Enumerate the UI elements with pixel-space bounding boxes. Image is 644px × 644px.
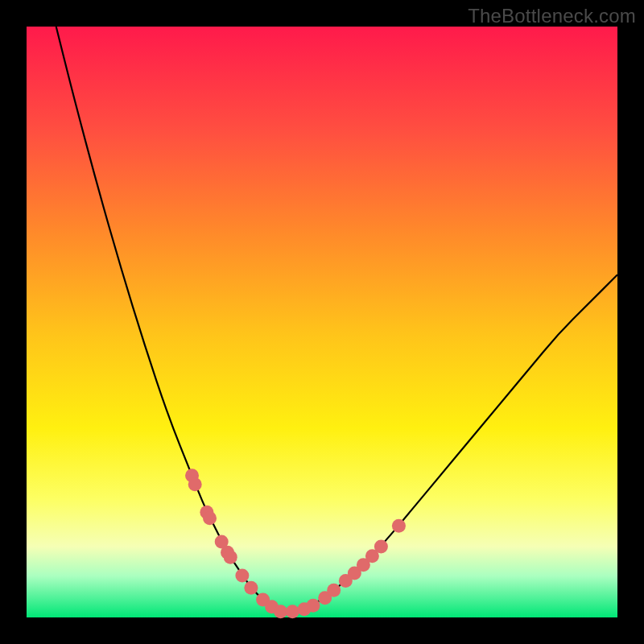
sample-dot [286,605,299,618]
chart-stage: TheBottleneck.com [0,0,644,644]
watermark-text: TheBottleneck.com [468,5,636,27]
curve-svg [27,27,617,617]
sample-dot [244,581,258,595]
bottleneck-curve [56,27,617,612]
sample-dot [392,519,406,533]
sample-dot [274,605,287,618]
sample-dots-group [185,469,406,618]
sample-dot [224,551,237,564]
sample-dot [327,584,341,597]
sample-dot [235,568,249,582]
sample-dot [374,539,388,553]
sample-dot [203,511,217,525]
sample-dot [306,599,320,613]
sample-dot [188,477,202,491]
plot-area [27,27,617,617]
